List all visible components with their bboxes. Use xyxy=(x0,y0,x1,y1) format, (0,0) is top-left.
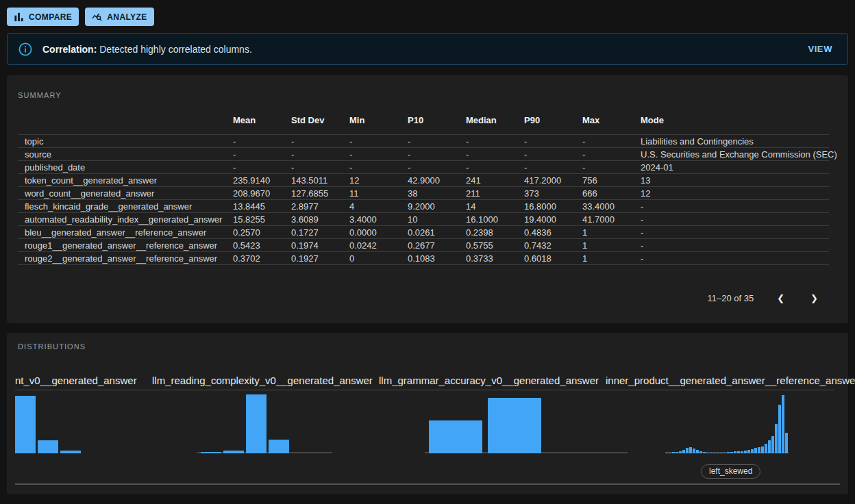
stat-cell: 13 xyxy=(634,174,829,187)
histogram-bar xyxy=(665,453,668,453)
histogram-bar xyxy=(488,398,541,453)
stat-cell: 0.1974 xyxy=(284,239,343,252)
histogram-bar xyxy=(734,451,736,453)
stat-cell: 0.0000 xyxy=(343,226,401,239)
stat-cell: 0.1727 xyxy=(284,226,343,239)
row-label: topic xyxy=(18,135,226,148)
summary-table: MeanStd DevMinP10MedianP90MaxMode topic-… xyxy=(18,115,829,265)
stat-cell: U.S. Securities and Exchange Commission … xyxy=(634,148,829,161)
histogram-bar xyxy=(201,452,221,453)
stat-cell: 0.6018 xyxy=(517,252,575,265)
compare-button[interactable]: COMPARE xyxy=(7,8,79,26)
chevron-left-icon: ❮ xyxy=(777,293,784,303)
stat-cell: 373 xyxy=(517,187,575,200)
info-icon xyxy=(18,42,32,56)
histogram-bar xyxy=(60,451,81,453)
distributions-section-label: DISTRIBUTIONS xyxy=(18,342,86,351)
stat-cell: 33.4000 xyxy=(575,200,634,213)
distribution-title: llm_reading_complexity_v0__generated_ans… xyxy=(152,375,373,386)
distribution-tag[interactable]: left_skewed xyxy=(701,464,760,479)
stat-cell: 417.2000 xyxy=(517,174,575,187)
table-row: topic-------Liabilities and Contingencie… xyxy=(18,135,829,148)
stat-cell: 12 xyxy=(634,187,829,200)
histogram-bar xyxy=(696,450,699,453)
row-label: bleu__generated_answer__reference_answer xyxy=(18,226,226,239)
histogram-bar xyxy=(703,452,706,453)
histogram-bar xyxy=(223,451,244,453)
stat-cell: 3.4000 xyxy=(343,213,401,226)
histogram-bar xyxy=(38,440,58,453)
row-label: published_date xyxy=(18,161,226,174)
distributions-panel: DISTRIBUTIONS nt_v0__generated_answerllm… xyxy=(7,333,848,494)
histogram-bar xyxy=(744,451,747,453)
histogram-bar xyxy=(429,420,482,453)
histogram-bar xyxy=(723,453,726,453)
row-label: rouge2__generated_answer__reference_answ… xyxy=(18,252,226,265)
histogram-bar xyxy=(741,451,743,453)
stat-cell: - xyxy=(575,148,634,161)
next-page-button[interactable]: ❯ xyxy=(808,292,821,305)
histogram-bar xyxy=(758,447,760,453)
histogram-bar xyxy=(699,451,702,453)
summary-section-label: SUMMARY xyxy=(18,91,62,99)
stat-cell: - xyxy=(634,213,829,226)
stat-cell: 11 xyxy=(343,187,401,200)
stat-cell: - xyxy=(634,226,829,239)
column-header: Median xyxy=(459,115,517,135)
alert-detail: Detected highly correlated columns. xyxy=(99,44,252,55)
analyze-button-label: ANALYZE xyxy=(107,12,147,22)
column-header: Max xyxy=(575,115,634,135)
stat-cell: 143.5011 xyxy=(284,174,343,187)
stat-cell: - xyxy=(575,135,634,148)
stat-cell: 756 xyxy=(575,174,634,187)
stat-cell: 0.3733 xyxy=(459,252,517,265)
histogram-bar xyxy=(676,452,678,453)
histogram-bar xyxy=(693,449,695,453)
column-header: Mode xyxy=(634,115,829,135)
stat-cell: Liabilities and Contingencies xyxy=(634,135,829,148)
compare-button-label: COMPARE xyxy=(29,12,72,22)
stat-cell: - xyxy=(575,161,634,174)
column-header: Min xyxy=(343,115,401,135)
query-stats-icon xyxy=(92,12,102,22)
stat-cell: 235.9140 xyxy=(226,174,284,187)
stat-cell: 9.2000 xyxy=(401,200,459,213)
table-row: bleu__generated_answer__reference_answer… xyxy=(18,226,829,239)
stat-cell: 0.1927 xyxy=(284,252,343,265)
histogram-bar xyxy=(706,453,709,453)
histogram-bar xyxy=(269,440,289,453)
stat-cell: 208.9670 xyxy=(226,187,284,200)
stat-cell: 1 xyxy=(575,239,634,252)
stat-cell: - xyxy=(401,161,459,174)
stat-cell: 2024-01 xyxy=(634,161,829,174)
stat-cell: - xyxy=(343,161,401,174)
stat-cell: 0.2677 xyxy=(401,239,459,252)
stat-cell: - xyxy=(226,161,284,174)
stat-cell: 38 xyxy=(401,187,459,200)
stat-cell: 1 xyxy=(575,252,634,265)
analyze-button[interactable]: ANALYZE xyxy=(85,8,153,26)
stat-cell: - xyxy=(517,135,575,148)
view-button[interactable]: VIEW xyxy=(804,43,837,55)
row-label: automated_readability_index__generated_a… xyxy=(18,213,226,226)
stat-cell: - xyxy=(226,135,284,148)
histogram-bar xyxy=(768,440,771,453)
stat-cell: 16.1000 xyxy=(459,213,517,226)
histogram-bar xyxy=(669,453,671,453)
histogram-bar xyxy=(778,405,781,453)
app-root: COMPARE ANALYZE Correlation: Detecte xyxy=(0,0,855,504)
previous-page-button[interactable]: ❮ xyxy=(774,292,787,305)
stat-cell: - xyxy=(343,135,401,148)
stat-cell: 211 xyxy=(459,187,517,200)
stat-cell: - xyxy=(517,161,575,174)
stat-cell: - xyxy=(459,135,517,148)
table-row: rouge2__generated_answer__reference_answ… xyxy=(18,252,829,265)
stat-cell: 41.7000 xyxy=(575,213,634,226)
histogram-bar xyxy=(785,433,788,453)
stat-cell: 0.2398 xyxy=(459,226,517,239)
stat-cell: 14 xyxy=(459,200,517,213)
horizontal-scrollbar-track[interactable] xyxy=(15,483,840,485)
stat-cell: 0.3702 xyxy=(226,252,284,265)
stat-cell: - xyxy=(401,135,459,148)
bar-chart-icon xyxy=(14,12,24,22)
